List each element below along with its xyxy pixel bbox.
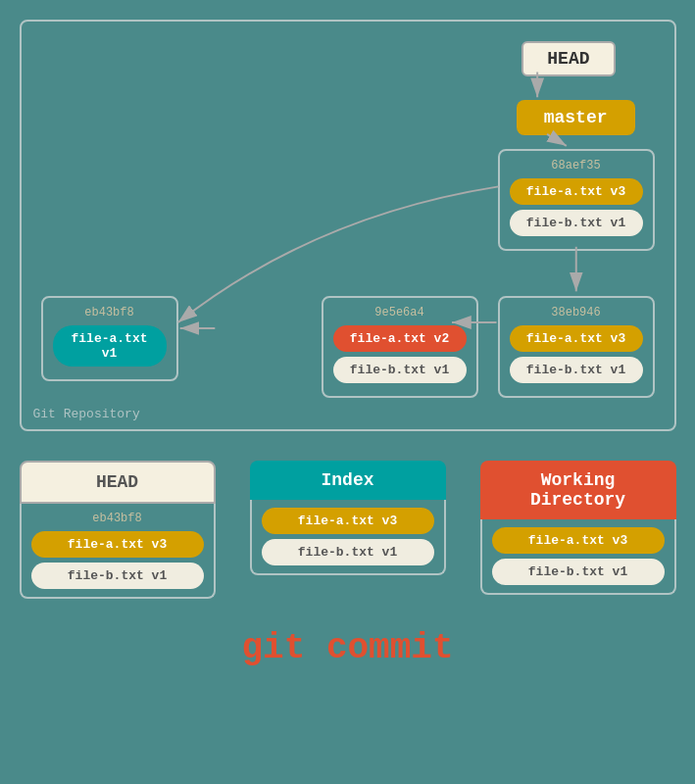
head-top-label: HEAD bbox=[521, 41, 615, 76]
index-column: Index file-a.txt v3 file-b.txt v1 bbox=[250, 461, 446, 599]
working-file-b: file-b.txt v1 bbox=[492, 559, 665, 585]
commit-68-hash: 68aef35 bbox=[510, 159, 643, 172]
working-dir-content: file-a.txt v3 file-b.txt v1 bbox=[480, 519, 676, 595]
head-file-b: file-b.txt v1 bbox=[31, 563, 204, 589]
index-bottom-header: Index bbox=[250, 461, 446, 500]
svg-line-2 bbox=[547, 134, 567, 146]
working-label1: Working bbox=[541, 470, 616, 490]
commit-eb-file-a: file-a.txt v1 bbox=[53, 325, 167, 367]
working-dir-header: Working Directory bbox=[480, 461, 676, 519]
git-repository-box: Git Repository HEAD master 68aef35 file-… bbox=[20, 20, 676, 431]
working-label2: Directory bbox=[530, 490, 625, 510]
commit-9e-box: 9e5e6a4 file-a.txt v2 file-b.txt v1 bbox=[322, 296, 478, 398]
commit-eb-hash: eb43bf8 bbox=[53, 306, 167, 319]
commit-9e-hash: 9e5e6a4 bbox=[333, 306, 467, 319]
commit-38-file-b: file-b.txt v1 bbox=[510, 357, 643, 383]
commit-68-file-b: file-b.txt v1 bbox=[510, 210, 643, 236]
bottom-boxes: HEAD eb43bf8 file-a.txt v3 file-b.txt v1… bbox=[20, 461, 676, 599]
commit-68-box: 68aef35 file-a.txt v3 file-b.txt v1 bbox=[498, 149, 655, 251]
master-branch-label: master bbox=[517, 100, 635, 135]
working-file-a: file-a.txt v3 bbox=[492, 527, 665, 554]
git-commit-label: git commit bbox=[241, 628, 453, 668]
commit-eb-box: eb43bf8 file-a.txt v1 bbox=[41, 296, 178, 381]
commit-9e-file-b: file-b.txt v1 bbox=[333, 357, 467, 383]
commit-38-hash: 38eb946 bbox=[510, 306, 643, 319]
head-bottom-header: HEAD bbox=[20, 461, 216, 504]
index-file-a: file-a.txt v3 bbox=[262, 508, 434, 534]
commit-38-box: 38eb946 file-a.txt v3 file-b.txt v1 bbox=[498, 296, 655, 398]
head-file-a: file-a.txt v3 bbox=[31, 531, 204, 558]
working-dir-column: Working Directory file-a.txt v3 file-b.t… bbox=[480, 461, 676, 599]
commit-68-file-a: file-a.txt v3 bbox=[510, 178, 643, 205]
head-column: HEAD eb43bf8 file-a.txt v3 file-b.txt v1 bbox=[20, 461, 216, 599]
commit-38-file-a: file-a.txt v3 bbox=[510, 325, 643, 352]
index-bottom-content: file-a.txt v3 file-b.txt v1 bbox=[250, 500, 446, 575]
head-bottom-hash: eb43bf8 bbox=[31, 512, 204, 525]
commit-9e-file-a: file-a.txt v2 bbox=[333, 325, 467, 352]
bottom-section: HEAD eb43bf8 file-a.txt v3 file-b.txt v1… bbox=[20, 461, 676, 668]
head-bottom-content: eb43bf8 file-a.txt v3 file-b.txt v1 bbox=[20, 504, 216, 599]
repo-label: Git Repository bbox=[33, 407, 140, 421]
index-file-b: file-b.txt v1 bbox=[262, 539, 434, 565]
